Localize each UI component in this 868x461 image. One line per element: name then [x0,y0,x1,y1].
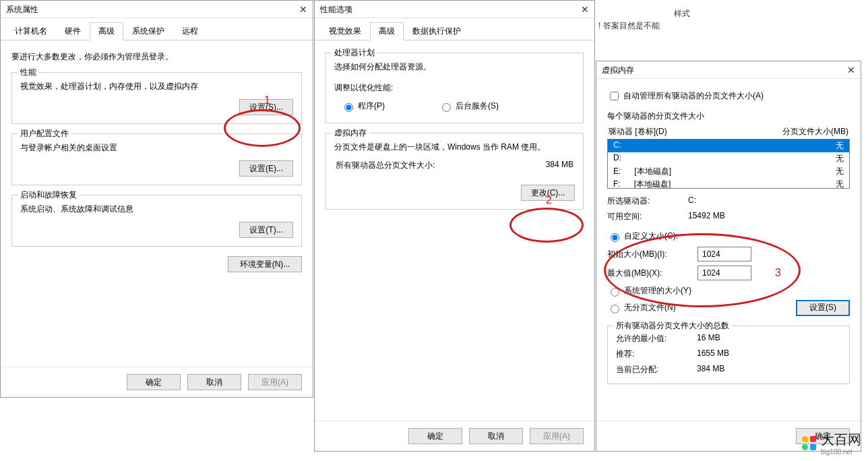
sysprops-tabs: 计算机名 硬件 高级 系统保护 远程 [1,18,313,40]
free-space-label: 可用空间: [607,211,688,222]
tab-advanced[interactable]: 高级 [90,22,123,40]
recommended-value: 1655 MB [697,348,841,360]
adjust-label: 调整以优化性能: [334,82,575,94]
bg-styles-label: 样式 [674,8,690,20]
sysprops-titlebar: 系统属性 ✕ [1,1,313,18]
min-allowed-value: 16 MB [697,333,841,344]
tab-computer-name[interactable]: 计算机名 [6,22,56,40]
system-managed-radio[interactable]: 系统管理的大小(Y) [607,282,850,299]
initial-size-input[interactable] [698,247,751,262]
sysprops-title: 系统属性 [6,1,38,18]
apply-button[interactable]: 应用(A) [248,374,302,390]
user-profiles-title: 用户配置文件 [18,128,71,140]
site-logo: 大百网 big100.net [802,431,861,456]
processor-scheduling-title: 处理器计划 [332,47,377,59]
maximum-size-label: 最大值(MB)(X): [607,268,692,279]
maximum-size-input[interactable] [698,266,751,280]
perfopts-title: 性能选项 [320,1,352,18]
min-allowed-label: 允许的最小值: [616,333,697,344]
custom-size-radio[interactable]: 自定义大小(C): [607,228,850,245]
startup-recovery-title: 启动和故障恢复 [18,189,80,201]
set-button[interactable]: 设置(S) [796,300,850,316]
performance-settings-button[interactable]: 设置(S)... [239,99,293,115]
total-paging-value: 384 MB [546,160,574,171]
tab-system-protection[interactable]: 系统保护 [123,22,173,40]
drive-row[interactable]: D:无 [608,152,849,165]
recommended-label: 推荐: [616,348,697,360]
system-properties-dialog: 系统属性 ✕ 计算机名 硬件 高级 系统保护 远程 要进行大多数更改，你必须作为… [0,0,313,398]
startup-recovery-group: 启动和故障恢复 系统启动、系统故障和调试信息 设置(T)... [11,195,302,247]
performance-desc: 视觉效果，处理器计划，内存使用，以及虚拟内存 [20,81,293,92]
logo-subtext: big100.net [821,449,861,456]
ok-button[interactable]: 确定 [127,374,181,390]
close-icon[interactable]: ✕ [831,61,855,79]
processor-scheduling-desc: 选择如何分配处理器资源。 [334,61,575,73]
free-space-value: 15492 MB [688,211,850,222]
drive-header-drive: 驱动器 [卷标](D) [609,126,667,137]
background-services-radio[interactable]: 后台服务(S) [439,100,499,112]
no-paging-file-radio[interactable]: 无分页文件(N) [607,299,676,316]
virtual-memory-dialog: 虚拟内存 ✕ 自动管理所有驱动器的分页文件大小(A) 每个驱动器的分页文件大小 … [596,61,861,452]
currently-allocated-label: 当前已分配: [616,364,697,375]
startup-recovery-settings-button[interactable]: 设置(T)... [239,222,293,238]
user-profiles-desc: 与登录帐户相关的桌面设置 [20,142,293,154]
user-profiles-settings-button[interactable]: 设置(E)... [239,160,293,177]
cancel-button[interactable]: 取消 [187,374,241,390]
close-icon[interactable]: ✕ [283,1,307,18]
tab-hardware[interactable]: 硬件 [56,22,90,40]
each-drive-label: 每个驱动器的分页文件大小 [607,111,850,122]
initial-size-label: 初始大小(MB)(I): [607,249,692,260]
programs-radio[interactable]: 程序(P) [341,100,385,112]
drive-list[interactable]: C:无D:无E: [本地磁盘]无F: [本地磁盘]无 [607,139,850,189]
totals-title: 所有驱动器分页文件大小的总数 [613,320,732,332]
currently-allocated-value: 384 MB [697,364,841,375]
admin-required-text: 要进行大多数更改，你必须作为管理员登录。 [11,51,302,63]
bg-fragment-text: ! 答案目然是不能 [598,20,660,32]
performance-options-dialog: 性能选项 ✕ 视觉效果 高级 数据执行保护 处理器计划 选择如何分配处理器资源。… [314,0,595,452]
virtual-memory-group: 虚拟内存 分页文件是硬盘上的一块区域，Windows 当作 RAM 使用。 所有… [326,133,584,210]
totals-group: 所有驱动器分页文件大小的总数 允许的最小值: 16 MB 推荐: 1655 MB… [607,326,850,384]
user-profiles-group: 用户配置文件 与登录帐户相关的桌面设置 设置(E)... [11,133,302,185]
performance-group-title: 性能 [18,67,39,78]
selected-drive-value: C: [688,195,850,207]
ok-button[interactable]: 确定 [408,428,462,444]
logo-icon [802,436,817,451]
performance-group: 性能 视觉效果，处理器计划，内存使用，以及虚拟内存 设置(S)... [11,72,302,124]
close-icon[interactable]: ✕ [565,1,589,18]
environment-variables-button[interactable]: 环境变量(N)... [228,256,302,272]
tab-remote[interactable]: 远程 [173,22,207,40]
vmdlg-title: 虚拟内存 [602,61,634,79]
virtual-memory-title: 虚拟内存 [332,127,369,139]
tab-visual-effects[interactable]: 视觉效果 [320,22,370,40]
processor-scheduling-group: 处理器计划 选择如何分配处理器资源。 调整以优化性能: 程序(P) 后台服务(S… [326,53,584,123]
logo-text: 大百网 [821,432,861,447]
tab-dep[interactable]: 数据执行保护 [404,22,470,40]
drive-row[interactable]: E: [本地磁盘]无 [608,165,849,178]
virtual-memory-desc: 分页文件是硬盘上的一块区域，Windows 当作 RAM 使用。 [334,142,575,153]
perfopts-tabs: 视觉效果 高级 数据执行保护 [315,18,594,40]
total-paging-label: 所有驱动器总分页文件大小: [336,160,435,171]
perfopts-titlebar: 性能选项 ✕ [315,1,594,18]
change-virtual-memory-button[interactable]: 更改(C)... [521,185,575,201]
drive-row[interactable]: F: [本地磁盘]无 [608,178,849,189]
apply-button[interactable]: 应用(A) [530,428,584,444]
cancel-button[interactable]: 取消 [469,428,523,444]
selected-drive-label: 所选驱动器: [607,195,688,207]
vmdlg-titlebar: 虚拟内存 ✕ [596,61,861,79]
startup-recovery-desc: 系统启动、系统故障和调试信息 [20,204,293,215]
drive-row[interactable]: C:无 [608,140,849,152]
tab-advanced[interactable]: 高级 [370,22,404,40]
drive-header-size: 分页文件大小(MB) [782,126,848,137]
auto-manage-checkbox[interactable]: 自动管理所有驱动器的分页文件大小(A) [607,90,764,102]
